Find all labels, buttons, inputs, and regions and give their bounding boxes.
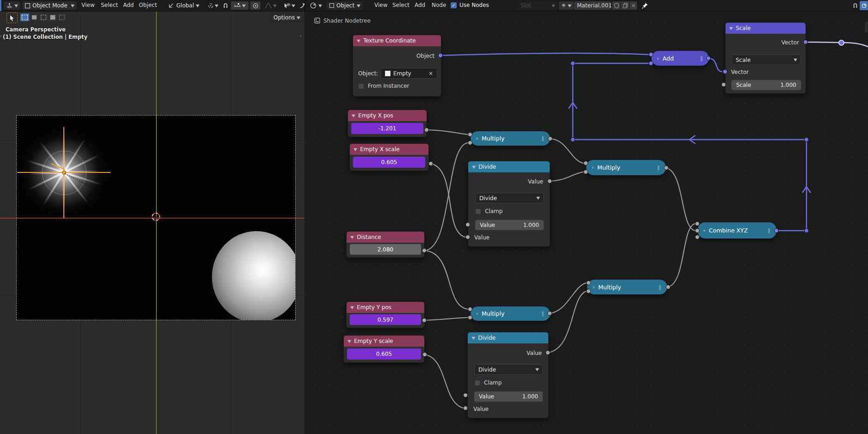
expand-chevron-icon[interactable]: › [476,311,478,316]
socket-output[interactable] [706,56,711,61]
node-multiply-1[interactable]: ›Multiply‖ [470,131,551,146]
node-title: Multiply [598,284,621,291]
object-field-label: Object: [358,70,378,77]
breadcrumb[interactable]: Shader Nodetree [323,18,371,24]
socket-output[interactable] [547,311,552,316]
expand-chevron-icon[interactable]: › [703,228,705,233]
reroute-node[interactable] [804,137,809,142]
reroute-node[interactable] [570,137,575,142]
value-slider[interactable]: -1.201 [351,123,423,134]
socket-value-output[interactable] [422,318,427,323]
socket-object-output[interactable] [438,53,443,58]
socket-input[interactable] [586,289,591,293]
socket-input[interactable] [649,61,653,66]
socket-vector-output[interactable] [803,40,808,44]
socket-value-input[interactable] [463,406,468,410]
node-texture-coordinate[interactable]: ▼ Texture Coordinate Object Object: Empt… [353,35,441,97]
socket-input[interactable] [649,52,653,57]
socket-output[interactable] [664,165,669,170]
socket-value-input[interactable] [465,222,470,227]
socket-scale-input[interactable] [721,82,726,87]
node-scale[interactable]: ▼ Scale Vector Scale▼ Vector Scale 1.000 [725,22,806,94]
input-label: Vector [731,69,749,75]
value-text: 2.080 [378,246,393,253]
chevron-down-icon: ▼ [794,58,797,62]
grip-icon: ‖ [542,311,545,317]
field-value: 1.000 [522,393,538,400]
value-slider[interactable]: 0.597 [350,314,421,325]
socket-input[interactable] [468,132,472,137]
node-multiply-2[interactable]: ›Multiply‖ [586,159,666,176]
collapse-chevron-icon[interactable]: ▼ [471,336,475,340]
socket-value-output[interactable] [428,161,433,166]
socket-value-output[interactable] [424,128,429,132]
expand-chevron-icon[interactable]: › [592,165,594,170]
value-field[interactable]: 2.080 [350,244,421,255]
collapse-chevron-icon[interactable]: ▼ [729,26,733,31]
node-sidebar-tab[interactable] [865,22,868,32]
collapse-chevron-icon[interactable]: ▼ [472,165,476,169]
scale-input-field[interactable]: Scale 1.000 [732,80,801,90]
node-title: Empty X pos [358,112,393,119]
socket-value-output[interactable] [546,350,550,355]
operation-dropdown[interactable]: Scale▼ [732,55,801,65]
object-data-icon [385,71,391,76]
node-multiply-4[interactable]: ›Multiply‖ [587,279,668,295]
collapse-chevron-icon[interactable]: ▼ [353,147,357,152]
socket-output[interactable] [666,285,670,289]
socket-input[interactable] [586,281,591,285]
node-title: Empty X scale [360,146,399,153]
socket-output[interactable] [548,136,552,141]
socket-value-input[interactable] [465,235,470,239]
socket-input[interactable] [468,315,472,320]
socket-input[interactable] [695,221,700,226]
value-slider[interactable]: 0.605 [353,157,425,168]
node-multiply-3[interactable]: ›Multiply‖ [470,306,551,321]
nodetree-icon [314,17,321,24]
operation-value: Divide [478,367,496,373]
node-divide-2[interactable]: ▼ Divide Value Divide▼ Clamp Value 1.000… [467,332,549,418]
operation-dropdown[interactable]: Divide▼ [474,364,543,375]
socket-input[interactable] [695,235,700,239]
collapse-chevron-icon[interactable]: ▼ [350,235,354,239]
expand-chevron-icon[interactable]: › [476,136,478,141]
operation-dropdown[interactable]: Divide▼ [475,193,544,203]
node-title: Multiply [482,310,504,317]
output-label: Object [416,53,434,59]
value-input-field[interactable]: Value 1.000 [475,220,544,230]
socket-input[interactable] [583,161,588,165]
socket-value-output[interactable] [547,179,552,183]
collapse-chevron-icon[interactable]: ▼ [352,114,355,118]
clear-object-icon[interactable]: × [428,70,433,77]
object-picker-field[interactable]: Empty × [381,68,437,79]
collapse-chevron-icon[interactable]: ▼ [350,306,354,310]
socket-value-input[interactable] [463,393,468,397]
socket-input[interactable] [695,228,700,233]
clamp-checkbox[interactable] [475,208,481,214]
socket-output[interactable] [774,228,779,233]
node-title: Multiply [597,164,620,171]
node-combine-xyz[interactable]: ›Combine XYZ‖ [697,222,777,239]
socket-vector-input[interactable] [723,69,727,74]
value-slider[interactable]: 0.605 [347,348,421,360]
chevron-down-icon: ▼ [535,367,539,372]
node-divide-1[interactable]: ▼ Divide Value Divide▼ Clamp Value 1.000… [468,161,550,247]
socket-value-output[interactable] [422,248,427,253]
socket-value-output[interactable] [422,352,427,357]
collapse-chevron-icon[interactable]: ▼ [357,39,360,43]
expand-chevron-icon[interactable]: › [657,56,659,61]
blender-window: Options▼ Camera Perspective (1) Scene Co… [0,0,868,434]
value-input-field[interactable]: Value 1.000 [474,391,543,402]
socket-input[interactable] [583,170,588,174]
reroute-node[interactable] [570,61,575,66]
socket-input[interactable] [468,307,472,312]
collapse-chevron-icon[interactable]: ▼ [347,339,351,343]
expand-chevron-icon[interactable]: › [593,285,595,290]
clamp-checkbox[interactable] [474,380,480,386]
socket-input[interactable] [468,141,472,145]
reroute-node[interactable] [804,228,809,233]
clamp-label: Clamp [485,208,502,214]
node-add[interactable]: ›Add‖ [651,50,709,66]
reroute-node-selected[interactable] [838,40,844,46]
from-instancer-checkbox[interactable] [358,83,364,89]
